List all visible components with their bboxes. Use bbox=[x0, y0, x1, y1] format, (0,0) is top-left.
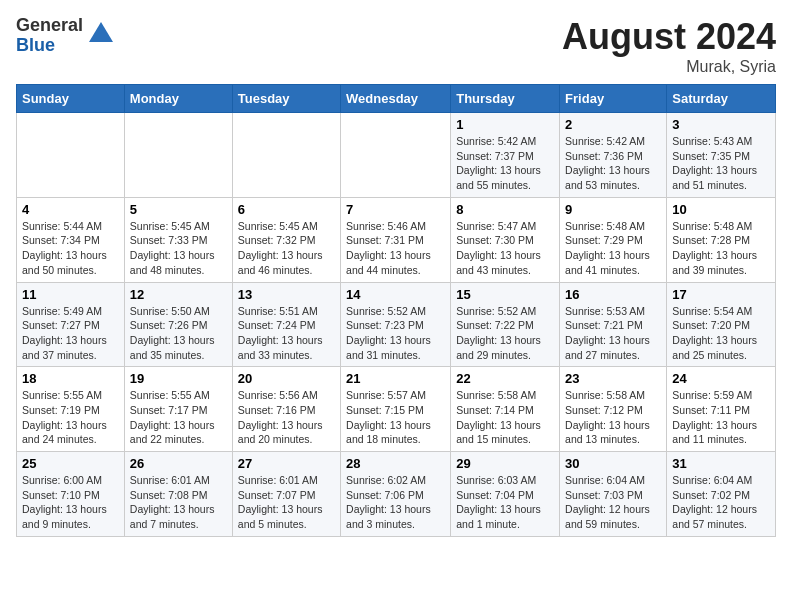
calendar-cell: 25Sunrise: 6:00 AM Sunset: 7:10 PM Dayli… bbox=[17, 452, 125, 537]
calendar-cell: 10Sunrise: 5:48 AM Sunset: 7:28 PM Dayli… bbox=[667, 197, 776, 282]
day-number: 23 bbox=[565, 371, 661, 386]
logo-text: General Blue bbox=[16, 16, 83, 56]
day-number: 14 bbox=[346, 287, 445, 302]
day-info: Sunrise: 5:46 AM Sunset: 7:31 PM Dayligh… bbox=[346, 219, 445, 278]
calendar-table: SundayMondayTuesdayWednesdayThursdayFrid… bbox=[16, 84, 776, 537]
calendar-cell: 9Sunrise: 5:48 AM Sunset: 7:29 PM Daylig… bbox=[560, 197, 667, 282]
calendar-cell: 18Sunrise: 5:55 AM Sunset: 7:19 PM Dayli… bbox=[17, 367, 125, 452]
day-info: Sunrise: 6:04 AM Sunset: 7:03 PM Dayligh… bbox=[565, 473, 661, 532]
header-thursday: Thursday bbox=[451, 85, 560, 113]
day-info: Sunrise: 5:55 AM Sunset: 7:17 PM Dayligh… bbox=[130, 388, 227, 447]
day-info: Sunrise: 5:54 AM Sunset: 7:20 PM Dayligh… bbox=[672, 304, 770, 363]
day-number: 12 bbox=[130, 287, 227, 302]
day-number: 22 bbox=[456, 371, 554, 386]
day-number: 21 bbox=[346, 371, 445, 386]
logo: General Blue bbox=[16, 16, 115, 56]
day-info: Sunrise: 5:45 AM Sunset: 7:32 PM Dayligh… bbox=[238, 219, 335, 278]
calendar-cell bbox=[232, 113, 340, 198]
week-row-5: 25Sunrise: 6:00 AM Sunset: 7:10 PM Dayli… bbox=[17, 452, 776, 537]
month-year-title: August 2024 bbox=[562, 16, 776, 58]
day-info: Sunrise: 5:57 AM Sunset: 7:15 PM Dayligh… bbox=[346, 388, 445, 447]
day-info: Sunrise: 5:51 AM Sunset: 7:24 PM Dayligh… bbox=[238, 304, 335, 363]
day-number: 3 bbox=[672, 117, 770, 132]
day-info: Sunrise: 5:45 AM Sunset: 7:33 PM Dayligh… bbox=[130, 219, 227, 278]
calendar-cell: 11Sunrise: 5:49 AM Sunset: 7:27 PM Dayli… bbox=[17, 282, 125, 367]
day-number: 8 bbox=[456, 202, 554, 217]
week-row-4: 18Sunrise: 5:55 AM Sunset: 7:19 PM Dayli… bbox=[17, 367, 776, 452]
day-info: Sunrise: 5:55 AM Sunset: 7:19 PM Dayligh… bbox=[22, 388, 119, 447]
day-info: Sunrise: 5:58 AM Sunset: 7:12 PM Dayligh… bbox=[565, 388, 661, 447]
day-number: 6 bbox=[238, 202, 335, 217]
day-number: 28 bbox=[346, 456, 445, 471]
calendar-cell: 26Sunrise: 6:01 AM Sunset: 7:08 PM Dayli… bbox=[124, 452, 232, 537]
calendar-cell bbox=[124, 113, 232, 198]
calendar-cell: 12Sunrise: 5:50 AM Sunset: 7:26 PM Dayli… bbox=[124, 282, 232, 367]
day-info: Sunrise: 5:47 AM Sunset: 7:30 PM Dayligh… bbox=[456, 219, 554, 278]
calendar-cell: 27Sunrise: 6:01 AM Sunset: 7:07 PM Dayli… bbox=[232, 452, 340, 537]
header-saturday: Saturday bbox=[667, 85, 776, 113]
page-header: General Blue August 2024 Murak, Syria bbox=[16, 16, 776, 76]
week-row-3: 11Sunrise: 5:49 AM Sunset: 7:27 PM Dayli… bbox=[17, 282, 776, 367]
day-info: Sunrise: 5:56 AM Sunset: 7:16 PM Dayligh… bbox=[238, 388, 335, 447]
day-number: 18 bbox=[22, 371, 119, 386]
day-number: 29 bbox=[456, 456, 554, 471]
day-number: 1 bbox=[456, 117, 554, 132]
day-number: 27 bbox=[238, 456, 335, 471]
calendar-cell: 31Sunrise: 6:04 AM Sunset: 7:02 PM Dayli… bbox=[667, 452, 776, 537]
header-sunday: Sunday bbox=[17, 85, 125, 113]
title-block: August 2024 Murak, Syria bbox=[562, 16, 776, 76]
day-info: Sunrise: 6:01 AM Sunset: 7:07 PM Dayligh… bbox=[238, 473, 335, 532]
day-info: Sunrise: 5:42 AM Sunset: 7:37 PM Dayligh… bbox=[456, 134, 554, 193]
day-number: 2 bbox=[565, 117, 661, 132]
calendar-cell: 21Sunrise: 5:57 AM Sunset: 7:15 PM Dayli… bbox=[341, 367, 451, 452]
day-number: 5 bbox=[130, 202, 227, 217]
calendar-cell: 7Sunrise: 5:46 AM Sunset: 7:31 PM Daylig… bbox=[341, 197, 451, 282]
calendar-cell: 24Sunrise: 5:59 AM Sunset: 7:11 PM Dayli… bbox=[667, 367, 776, 452]
logo-icon bbox=[87, 20, 115, 48]
day-number: 4 bbox=[22, 202, 119, 217]
day-info: Sunrise: 5:42 AM Sunset: 7:36 PM Dayligh… bbox=[565, 134, 661, 193]
day-number: 13 bbox=[238, 287, 335, 302]
logo-general: General bbox=[16, 16, 83, 36]
header-monday: Monday bbox=[124, 85, 232, 113]
calendar-cell: 30Sunrise: 6:04 AM Sunset: 7:03 PM Dayli… bbox=[560, 452, 667, 537]
calendar-cell: 19Sunrise: 5:55 AM Sunset: 7:17 PM Dayli… bbox=[124, 367, 232, 452]
calendar-cell bbox=[17, 113, 125, 198]
day-number: 7 bbox=[346, 202, 445, 217]
location-label: Murak, Syria bbox=[562, 58, 776, 76]
day-number: 25 bbox=[22, 456, 119, 471]
day-info: Sunrise: 5:48 AM Sunset: 7:29 PM Dayligh… bbox=[565, 219, 661, 278]
day-info: Sunrise: 6:02 AM Sunset: 7:06 PM Dayligh… bbox=[346, 473, 445, 532]
day-number: 16 bbox=[565, 287, 661, 302]
calendar-cell: 17Sunrise: 5:54 AM Sunset: 7:20 PM Dayli… bbox=[667, 282, 776, 367]
calendar-cell: 5Sunrise: 5:45 AM Sunset: 7:33 PM Daylig… bbox=[124, 197, 232, 282]
day-info: Sunrise: 6:04 AM Sunset: 7:02 PM Dayligh… bbox=[672, 473, 770, 532]
calendar-cell: 6Sunrise: 5:45 AM Sunset: 7:32 PM Daylig… bbox=[232, 197, 340, 282]
calendar-cell: 8Sunrise: 5:47 AM Sunset: 7:30 PM Daylig… bbox=[451, 197, 560, 282]
day-info: Sunrise: 5:58 AM Sunset: 7:14 PM Dayligh… bbox=[456, 388, 554, 447]
day-info: Sunrise: 6:01 AM Sunset: 7:08 PM Dayligh… bbox=[130, 473, 227, 532]
svg-marker-0 bbox=[89, 22, 113, 42]
calendar-cell: 28Sunrise: 6:02 AM Sunset: 7:06 PM Dayli… bbox=[341, 452, 451, 537]
day-number: 15 bbox=[456, 287, 554, 302]
calendar-cell: 4Sunrise: 5:44 AM Sunset: 7:34 PM Daylig… bbox=[17, 197, 125, 282]
calendar-cell: 3Sunrise: 5:43 AM Sunset: 7:35 PM Daylig… bbox=[667, 113, 776, 198]
calendar-cell: 15Sunrise: 5:52 AM Sunset: 7:22 PM Dayli… bbox=[451, 282, 560, 367]
logo-blue: Blue bbox=[16, 36, 83, 56]
day-info: Sunrise: 6:03 AM Sunset: 7:04 PM Dayligh… bbox=[456, 473, 554, 532]
day-info: Sunrise: 5:43 AM Sunset: 7:35 PM Dayligh… bbox=[672, 134, 770, 193]
calendar-cell: 2Sunrise: 5:42 AM Sunset: 7:36 PM Daylig… bbox=[560, 113, 667, 198]
day-info: Sunrise: 5:53 AM Sunset: 7:21 PM Dayligh… bbox=[565, 304, 661, 363]
calendar-cell: 22Sunrise: 5:58 AM Sunset: 7:14 PM Dayli… bbox=[451, 367, 560, 452]
weekday-header-row: SundayMondayTuesdayWednesdayThursdayFrid… bbox=[17, 85, 776, 113]
week-row-2: 4Sunrise: 5:44 AM Sunset: 7:34 PM Daylig… bbox=[17, 197, 776, 282]
calendar-cell: 13Sunrise: 5:51 AM Sunset: 7:24 PM Dayli… bbox=[232, 282, 340, 367]
day-number: 30 bbox=[565, 456, 661, 471]
calendar-cell bbox=[341, 113, 451, 198]
day-number: 31 bbox=[672, 456, 770, 471]
day-number: 11 bbox=[22, 287, 119, 302]
calendar-cell: 20Sunrise: 5:56 AM Sunset: 7:16 PM Dayli… bbox=[232, 367, 340, 452]
day-number: 19 bbox=[130, 371, 227, 386]
day-info: Sunrise: 6:00 AM Sunset: 7:10 PM Dayligh… bbox=[22, 473, 119, 532]
day-info: Sunrise: 5:49 AM Sunset: 7:27 PM Dayligh… bbox=[22, 304, 119, 363]
